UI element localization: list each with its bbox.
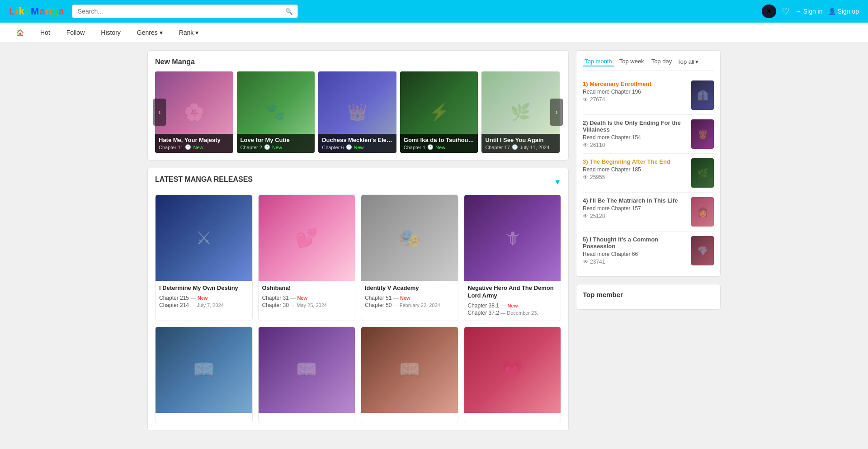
manga-cover-wrapper-7: 💗: [464, 327, 561, 413]
carousel-next-button[interactable]: ›: [550, 99, 563, 126]
manga-card-2[interactable]: 🎭 Identity V Academy Chapter 51 — New Ch…: [361, 194, 458, 321]
rank-item-3[interactable]: 4) I'll Be The Matriarch In This Life Re…: [583, 193, 714, 232]
carousel-item-4[interactable]: 🌿 Until I See You Again Chapter 17 🕐 Jul…: [481, 71, 560, 153]
rank-views-3: 👁 25128: [583, 213, 687, 219]
rank-info-2: 3) The Beginning After The End Read more…: [583, 158, 687, 180]
manga-card-title-3: Negative Hero And The Demon Lord Army: [468, 284, 557, 300]
favorites-button[interactable]: ♡: [782, 6, 790, 17]
carousel-item-1[interactable]: 🐾 Love for My Cutie Chapter 2 🕐 New: [237, 71, 315, 153]
manga-card-6[interactable]: 📖: [361, 326, 458, 423]
rank-item-2[interactable]: 3) The Beginning After The End Read more…: [583, 154, 714, 193]
eye-icon-3: 👁: [583, 213, 588, 219]
rank-thumb-2: 🌿: [691, 158, 714, 188]
rank-info-0: 1) Mercenary Enrollment Read more Chapte…: [583, 80, 687, 103]
carousel-item-2[interactable]: 👑 Duchess Mecklen's Elegant R... Chapter…: [318, 71, 396, 153]
theme-toggle[interactable]: ☀: [762, 5, 776, 18]
latest-section-header: LATEST MANGA RELEASES ▼: [155, 175, 561, 189]
site-logo[interactable]: LikeManga: [9, 5, 65, 17]
manga-card-ch2-2: Chapter 50 — February 22, 2024: [365, 302, 454, 308]
rank-views-1: 👁 26110: [583, 142, 687, 148]
rank-views-0: 👁 27674: [583, 96, 687, 103]
rank-tab-month[interactable]: Top month: [583, 57, 614, 66]
rank-item-4[interactable]: 5) I Thought It's a Common Possession Re…: [583, 232, 714, 270]
manga-card-1[interactable]: 💕 Oshibana! Chapter 31 — New Chapter 30 …: [258, 194, 356, 321]
left-content: New Manga ‹ 🌸 Hate Me, Your Majesty Chap…: [147, 50, 569, 438]
manga-cover-2: 🎭: [361, 195, 458, 281]
rank-title-4: 5) I Thought It's a Common Possession: [583, 236, 687, 250]
search-icon: 🔍: [285, 8, 293, 15]
top-member-box: Top member: [576, 284, 721, 310]
rank-info-4: 5) I Thought It's a Common Possession Re…: [583, 236, 687, 265]
manga-card-body-7: [464, 413, 561, 423]
carousel-clock-icon-0: 🕐: [185, 144, 191, 150]
carousel-info-0: Hate Me, Your Majesty Chapter 11 🕐 New: [155, 134, 233, 153]
rank-views-2: 👁 25955: [583, 174, 687, 180]
manga-card-7[interactable]: 💗: [464, 326, 561, 423]
auth-links: → Sign in 👤 Sign up: [795, 8, 859, 15]
rank-item-1[interactable]: 2) Death Is the Only Ending For the Vill…: [583, 115, 714, 154]
nav-hot[interactable]: Hot: [33, 23, 57, 43]
top-member-title: Top member: [583, 291, 714, 298]
filter-icon[interactable]: ▼: [554, 178, 561, 186]
manga-card-0[interactable]: ⚔ I Determine My Own Destiny Chapter 215…: [155, 194, 253, 321]
manga-card-body-1: Oshibana! Chapter 31 — New Chapter 30 — …: [259, 281, 355, 313]
sign-in-link[interactable]: → Sign in: [795, 8, 823, 15]
manga-card-ch1-1: Chapter 31 — New: [262, 295, 352, 301]
rank-info-1: 2) Death Is the Only Ending For the Vill…: [583, 119, 687, 148]
sun-icon: ☀: [765, 6, 773, 16]
manga-card-ch1-2: Chapter 51 — New: [365, 295, 454, 301]
rank-tab-all[interactable]: Top all ▾: [677, 57, 698, 66]
manga-cover-4: 📖: [156, 327, 252, 413]
manga-card-5[interactable]: 📖: [258, 326, 356, 423]
right-sidebar: Top month Top week Top day Top all ▾ 1) …: [576, 50, 721, 438]
manga-cover-wrapper-5: 📖: [259, 327, 355, 413]
eye-icon-1: 👁: [583, 142, 588, 148]
carousel-item-3[interactable]: ⚡ Gomi Ika da to Tsuihousareta ... Chapt…: [400, 71, 478, 153]
dropdown-arrow-icon: ▾: [695, 58, 698, 65]
manga-card-title-0: I Determine My Own Destiny: [159, 284, 249, 292]
nav-home[interactable]: 🏠: [9, 23, 31, 43]
manga-cover-wrapper-2: 🎭: [361, 195, 458, 281]
rank-read-more-3: Read more Chapter 157: [583, 205, 687, 212]
manga-cover-wrapper-0: ⚔: [156, 195, 252, 281]
rank-read-more-1: Read more Chapter 154: [583, 134, 687, 141]
carousel: 🌸 Hate Me, Your Majesty Chapter 11 🕐 New…: [155, 71, 561, 153]
carousel-title-2: Duchess Mecklen's Elegant R...: [322, 137, 393, 143]
rank-tab-week[interactable]: Top week: [618, 57, 646, 66]
rank-read-more-0: Read more Chapter 196: [583, 89, 687, 95]
rank-read-more-2: Read more Chapter 185: [583, 166, 687, 173]
manga-card-3[interactable]: 🗡 Negative Hero And The Demon Lord Army …: [464, 194, 561, 321]
manga-cover-5: 📖: [259, 327, 355, 413]
rank-title-0: 1) Mercenary Enrollment: [583, 80, 687, 87]
nav-history[interactable]: History: [94, 23, 128, 43]
rank-title-1: 2) Death Is the Only Ending For the Vill…: [583, 119, 687, 133]
carousel-chapter-3: Chapter 1 🕐 New: [404, 144, 475, 150]
manga-cover-wrapper-4: 📖: [156, 327, 252, 413]
carousel-title-0: Hate Me, Your Majesty: [159, 137, 230, 143]
rank-tab-day[interactable]: Top day: [650, 57, 674, 66]
latest-manga-title: LATEST MANGA RELEASES: [155, 175, 253, 184]
manga-cover-6: 📖: [361, 327, 458, 413]
rank-read-more-4: Read more Chapter 66: [583, 251, 687, 257]
manga-card-body-5: [259, 413, 355, 423]
sign-up-link[interactable]: 👤 Sign up: [828, 8, 859, 15]
rank-title-3: 4) I'll Be The Matriarch In This Life: [583, 197, 687, 204]
rank-thumb-1: 👸: [691, 119, 714, 149]
manga-card-4[interactable]: 📖: [155, 326, 253, 423]
nav-genres[interactable]: Genres ▾: [130, 23, 170, 43]
carousel-item-0[interactable]: 🌸 Hate Me, Your Majesty Chapter 11 🕐 New: [155, 71, 233, 153]
carousel-prev-button[interactable]: ‹: [153, 99, 166, 126]
nav-follow[interactable]: Follow: [59, 23, 92, 43]
manga-card-ch2-1: Chapter 30 — May 25, 2024: [262, 302, 352, 308]
nav-rank[interactable]: Rank ▾: [172, 23, 206, 43]
main-container: New Manga ‹ 🌸 Hate Me, Your Majesty Chap…: [140, 43, 728, 445]
carousel-title-1: Love for My Cutie: [241, 137, 311, 143]
rank-item-0[interactable]: 1) Mercenary Enrollment Read more Chapte…: [583, 76, 714, 115]
rank-tabs: Top month Top week Top day Top all ▾: [583, 57, 714, 71]
search-input[interactable]: [72, 5, 281, 18]
new-manga-title: New Manga: [155, 58, 561, 66]
manga-card-title-1: Oshibana!: [262, 284, 352, 292]
carousel-info-3: Gomi Ika da to Tsuihousareta ... Chapter…: [400, 134, 478, 153]
header: LikeManga 🔍 ☀ ♡ → Sign in 👤 Sign up: [0, 0, 868, 23]
search-button[interactable]: 🔍: [281, 5, 297, 18]
